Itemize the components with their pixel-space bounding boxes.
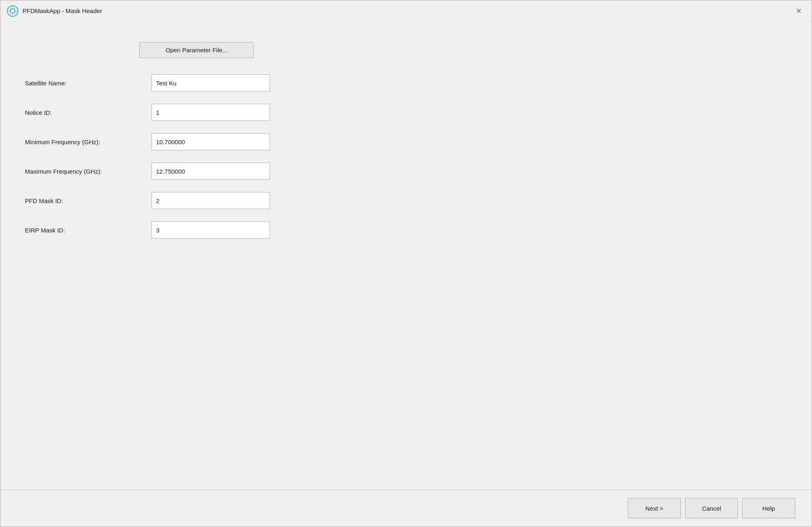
open-parameter-file-button[interactable]: Open Parameter File...: [139, 42, 254, 58]
footer: Next > Cancel Help: [0, 490, 812, 527]
form-fields: Satellite Name:Notice ID:Minimum Frequen…: [25, 74, 787, 239]
input-min-freq[interactable]: [152, 133, 270, 150]
content-area: Open Parameter File... Satellite Name:No…: [0, 22, 812, 489]
form-row-min-freq: Minimum Frequency (GHz):: [25, 133, 787, 150]
window-title: PFDMaskApp - Mask Header: [22, 7, 102, 14]
label-max-freq: Maximum Frequency (GHz):: [25, 168, 152, 175]
title-bar-left: PFDMaskApp - Mask Header: [7, 5, 102, 17]
title-bar: PFDMaskApp - Mask Header ✕: [0, 0, 812, 22]
label-eirp-mask-id: EIRP Mask ID:: [25, 227, 152, 234]
form-row-notice-id: Notice ID:: [25, 104, 787, 121]
input-pfd-mask-id[interactable]: [152, 192, 270, 209]
form-row-satellite-name: Satellite Name:: [25, 74, 787, 92]
input-notice-id[interactable]: [152, 104, 270, 121]
input-eirp-mask-id[interactable]: [152, 221, 270, 239]
label-notice-id: Notice ID:: [25, 109, 152, 116]
close-button[interactable]: ✕: [792, 4, 805, 18]
label-satellite-name: Satellite Name:: [25, 80, 152, 87]
input-satellite-name[interactable]: [152, 74, 270, 92]
label-pfd-mask-id: PFD Mask ID:: [25, 197, 152, 204]
cancel-button[interactable]: Cancel: [685, 498, 738, 518]
app-icon: [7, 5, 18, 17]
main-window: PFDMaskApp - Mask Header ✕ Open Paramete…: [0, 0, 812, 527]
next-button[interactable]: Next >: [628, 498, 681, 518]
form-row-eirp-mask-id: EIRP Mask ID:: [25, 221, 787, 239]
open-param-row: Open Parameter File...: [25, 42, 787, 58]
form-row-pfd-mask-id: PFD Mask ID:: [25, 192, 787, 209]
help-button[interactable]: Help: [742, 498, 795, 518]
svg-rect-1: [11, 9, 15, 13]
label-min-freq: Minimum Frequency (GHz):: [25, 138, 152, 145]
form-row-max-freq: Maximum Frequency (GHz):: [25, 163, 787, 180]
input-max-freq[interactable]: [152, 163, 270, 180]
